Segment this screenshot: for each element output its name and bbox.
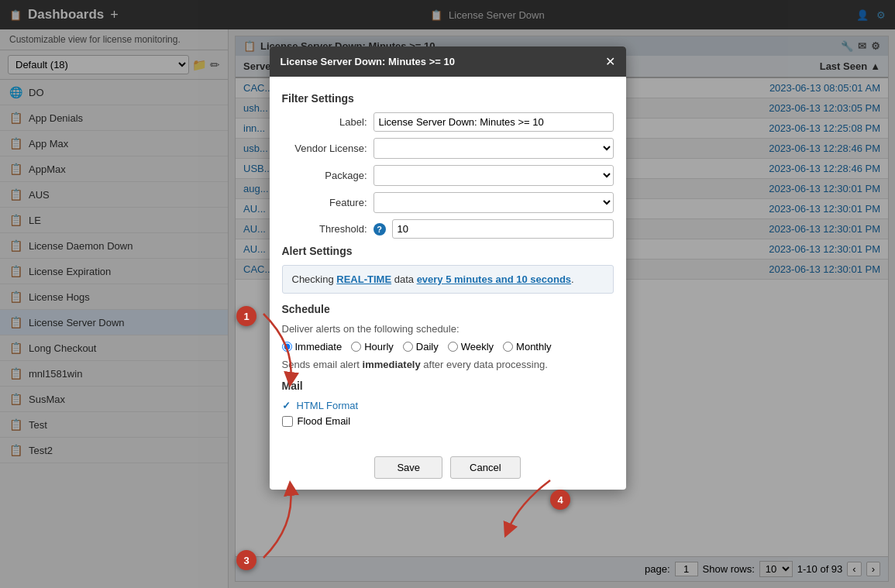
filter-settings-heading: Filter Settings <box>282 92 614 105</box>
threshold-help-icon[interactable]: ? <box>373 223 386 236</box>
schedule-description: Deliver alerts on the following schedule… <box>282 323 614 335</box>
package-label: Package: <box>282 170 367 181</box>
radio-immediate[interactable]: Immediate <box>282 341 343 352</box>
mail-heading: Mail <box>282 380 614 392</box>
flood-email-checkbox[interactable] <box>282 416 293 427</box>
radio-weekly[interactable]: Weekly <box>448 341 494 352</box>
alert-settings-box: Checking REAL-TIME data every 5 minutes … <box>282 265 614 294</box>
label-input[interactable] <box>373 112 614 132</box>
save-button[interactable]: Save <box>374 456 442 479</box>
alert-text: Checking REAL-TIME data every 5 minutes … <box>292 273 574 285</box>
radio-daily[interactable]: Daily <box>403 341 439 352</box>
radio-monthly[interactable]: Monthly <box>503 341 552 352</box>
modal-close-button[interactable]: ✕ <box>605 54 615 69</box>
annotation-3: 3 <box>236 550 256 570</box>
annotation-1: 1 <box>236 306 256 326</box>
filter-modal: License Server Down: Minutes >= 10 ✕ Fil… <box>270 46 626 490</box>
schedule-note: Sends email alert immediately after ever… <box>282 359 614 370</box>
modal-title: License Server Down: Minutes >= 10 <box>281 56 455 67</box>
threshold-input[interactable] <box>392 219 614 239</box>
radio-hourly[interactable]: Hourly <box>351 341 394 352</box>
html-format-label: HTML Format <box>297 400 359 411</box>
checkmark-icon: ✓ <box>282 400 291 411</box>
cancel-button[interactable]: Cancel <box>450 456 520 479</box>
schedule-heading: Schedule <box>282 303 614 315</box>
label-field-label: Label: <box>282 116 367 128</box>
feature-label: Feature: <box>282 197 367 208</box>
package-select[interactable] <box>373 165 614 186</box>
realtime-link[interactable]: REAL-TIME <box>336 273 391 285</box>
vendor-license-label: Vendor License: <box>282 143 367 154</box>
modal-overlay: License Server Down: Minutes >= 10 ✕ Fil… <box>0 0 895 588</box>
vendor-license-select[interactable] <box>373 138 614 159</box>
interval-link[interactable]: every 5 minutes and 10 seconds <box>417 273 571 285</box>
flood-email-checkbox-label[interactable]: Flood Email <box>282 415 614 427</box>
flood-email-label: Flood Email <box>298 415 351 427</box>
feature-select[interactable] <box>373 192 614 213</box>
schedule-radio-group: Immediate Hourly Daily Weekly Monthly <box>282 341 614 352</box>
annotation-4: 4 <box>550 490 570 510</box>
alert-settings-heading: Alert Settings <box>282 245 614 257</box>
threshold-label: Threshold: <box>282 223 367 235</box>
html-format-checkbox-label[interactable]: ✓ HTML Format <box>282 400 614 411</box>
